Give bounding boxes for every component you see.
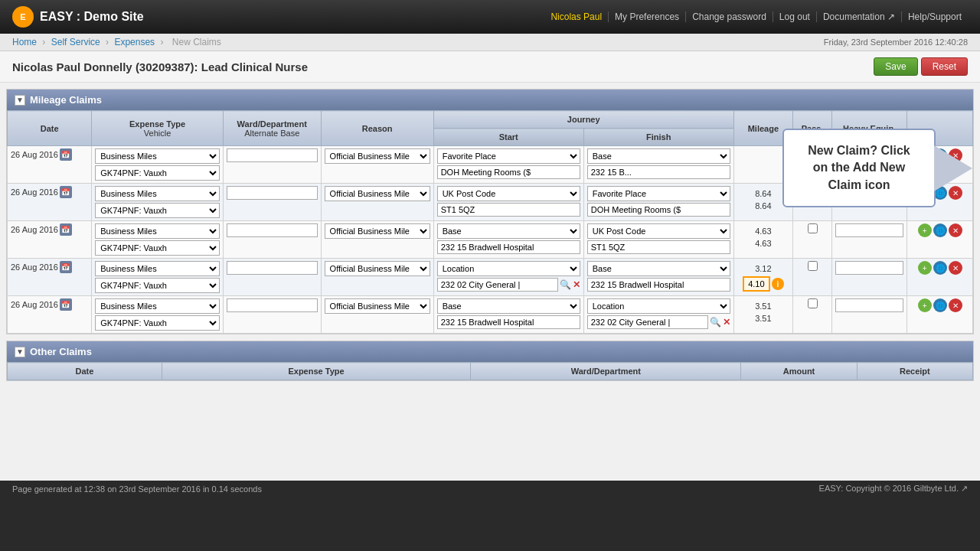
date-label: 26 Aug 2016 xyxy=(11,300,58,309)
other-claims-section: ▼ Other Claims Date Expense Type Ward/De… xyxy=(6,341,974,381)
start-value-input[interactable] xyxy=(437,240,580,254)
heavy-equip-input[interactable] xyxy=(835,261,903,275)
vehicle-select[interactable]: GK74PNF: Vauxh xyxy=(95,165,220,181)
add-icon[interactable]: + xyxy=(918,223,932,237)
nav-change-password[interactable]: Change password xyxy=(686,11,773,22)
top-nav: Nicolas Paul My Preferences Change passw… xyxy=(544,11,968,22)
heavy-equip-input[interactable] xyxy=(835,223,903,237)
nav-preferences[interactable]: My Preferences xyxy=(609,11,686,22)
vehicle-select[interactable]: GK74PNF: Vauxh xyxy=(95,240,220,256)
calendar-icon[interactable]: 📅 xyxy=(60,298,72,311)
start-value-input[interactable] xyxy=(437,278,558,292)
breadcrumb-expenses[interactable]: Expenses xyxy=(114,37,155,47)
finish-value-input[interactable] xyxy=(587,240,730,254)
add-icon[interactable]: + xyxy=(918,261,932,275)
clear-icon[interactable]: ✕ xyxy=(573,279,580,290)
col-finish: Finish xyxy=(583,129,733,146)
finish-value-input[interactable] xyxy=(587,315,708,329)
nav-logout[interactable]: Log out xyxy=(773,11,817,22)
finish-value-input[interactable] xyxy=(587,203,730,217)
date-label: 26 Aug 2016 xyxy=(11,150,58,159)
search-icon[interactable]: 🔍 xyxy=(560,279,571,290)
finish-type-select[interactable]: Location xyxy=(587,298,730,314)
mileage-toggle[interactable]: ▼ xyxy=(15,95,25,106)
calendar-icon[interactable]: 📅 xyxy=(60,261,72,273)
globe-icon[interactable]: 🌐 xyxy=(933,223,947,237)
finish-value-input[interactable] xyxy=(587,165,730,179)
ward-input[interactable] xyxy=(227,261,318,275)
pass-checkbox[interactable] xyxy=(808,261,818,271)
pass-checkbox[interactable] xyxy=(808,298,818,308)
delete-icon[interactable]: ✕ xyxy=(949,298,962,312)
nav-username[interactable]: Nicolas Paul xyxy=(544,11,609,22)
col-reason: Reason xyxy=(321,111,433,146)
expense-type-select[interactable]: Business Miles xyxy=(95,148,220,164)
callout-overlay: New Claim? Click on the Add New Claim ic… xyxy=(782,129,972,207)
start-type-select[interactable]: Base xyxy=(437,298,580,314)
start-value-input[interactable] xyxy=(437,203,580,217)
globe-icon[interactable]: 🌐 xyxy=(933,261,947,275)
col-ward: Ward/Department Alternate Base xyxy=(223,111,321,146)
start-type-select[interactable]: Location xyxy=(437,261,580,276)
finish-type-select[interactable]: Base xyxy=(587,148,730,164)
nav-documentation[interactable]: Documentation ↗ xyxy=(817,11,902,22)
nav-help[interactable]: Help/Support xyxy=(902,11,968,22)
other-col-receipt: Receipt xyxy=(857,363,972,380)
reason-select[interactable]: Official Business Mile xyxy=(325,298,430,314)
reason-select[interactable]: Official Business Mile xyxy=(325,223,430,239)
reason-select[interactable]: Official Business Mile xyxy=(325,148,430,164)
finish-type-select[interactable]: Base xyxy=(587,261,730,276)
search-icon[interactable]: 🔍 xyxy=(710,317,721,328)
reset-button[interactable]: Reset xyxy=(921,57,968,76)
start-value-input[interactable] xyxy=(437,315,580,329)
pass-checkbox[interactable] xyxy=(808,223,818,233)
start-type-select[interactable]: Favorite Place xyxy=(437,148,580,164)
calendar-icon[interactable]: 📅 xyxy=(60,148,72,161)
logo-area: E EASY : Demo Site xyxy=(12,6,144,28)
breadcrumb-home[interactable]: Home xyxy=(12,37,37,47)
other-col-ward: Ward/Department xyxy=(471,363,741,380)
expense-type-select[interactable]: Business Miles xyxy=(95,223,220,239)
calendar-icon[interactable]: 📅 xyxy=(60,223,72,236)
action-buttons: Save Reset xyxy=(874,57,968,76)
logo-icon: E xyxy=(12,6,34,28)
other-col-amount: Amount xyxy=(741,363,857,380)
delete-icon[interactable]: ✕ xyxy=(949,261,962,275)
ward-input[interactable] xyxy=(227,186,318,200)
info-icon[interactable]: i xyxy=(772,278,784,290)
other-toggle[interactable]: ▼ xyxy=(15,347,25,357)
reason-select[interactable]: Official Business Mile xyxy=(325,261,430,276)
col-start: Start xyxy=(433,129,583,146)
mileage-override-input[interactable] xyxy=(743,276,770,292)
logo-letter: E xyxy=(20,12,25,21)
clear-icon[interactable]: ✕ xyxy=(723,317,730,328)
save-button[interactable]: Save xyxy=(874,57,917,76)
ward-input[interactable] xyxy=(227,223,318,237)
start-type-select[interactable]: Base xyxy=(437,223,580,239)
finish-value-input[interactable] xyxy=(587,278,730,292)
delete-icon[interactable]: ✕ xyxy=(949,223,962,237)
expense-type-select[interactable]: Business Miles xyxy=(95,298,220,314)
globe-icon[interactable]: 🌐 xyxy=(933,298,947,312)
heavy-equip-input[interactable] xyxy=(835,298,903,312)
finish-type-select[interactable]: Favorite Place xyxy=(587,186,730,201)
finish-type-select[interactable]: UK Post Code xyxy=(587,223,730,239)
start-type-select[interactable]: UK Post Code xyxy=(437,186,580,201)
other-claims-table: Date Expense Type Ward/Department Amount… xyxy=(7,362,973,380)
vehicle-select[interactable]: GK74PNF: Vauxh xyxy=(95,315,220,331)
expense-type-select[interactable]: Business Miles xyxy=(95,186,220,201)
start-value-input[interactable] xyxy=(437,165,580,179)
callout-arrow xyxy=(934,145,972,191)
breadcrumb-self-service[interactable]: Self Service xyxy=(51,37,100,47)
table-row: 26 Aug 2016 📅 Business Miles GK74PNF: Va… xyxy=(8,221,973,259)
page-header: Nicolas Paul Donnelly (30209387): Lead C… xyxy=(0,51,980,83)
add-icon[interactable]: + xyxy=(918,298,932,312)
ward-input[interactable] xyxy=(227,148,318,162)
vehicle-select[interactable]: GK74PNF: Vauxh xyxy=(95,203,220,218)
ward-input[interactable] xyxy=(227,298,318,312)
vehicle-select[interactable]: GK74PNF: Vauxh xyxy=(95,278,220,293)
expense-type-select[interactable]: Business Miles xyxy=(95,261,220,276)
mileage-section-header: ▼ Mileage Claims xyxy=(7,90,973,110)
calendar-icon[interactable]: 📅 xyxy=(60,186,72,198)
reason-select[interactable]: Official Business Mile xyxy=(325,186,430,201)
